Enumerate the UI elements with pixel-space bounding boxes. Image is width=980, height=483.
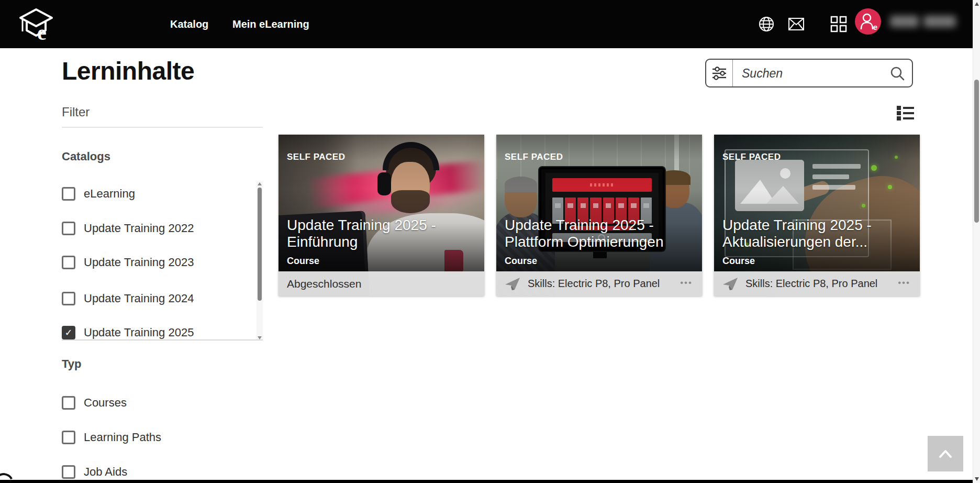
option-label: eLearning [84,187,135,201]
bottom-footer-edge [0,480,973,483]
scrollbar-thumb[interactable] [974,80,979,223]
course-title: Update Training 2025 - Einführung [287,217,477,251]
self-paced-badge: SELF PACED [287,152,345,162]
type-option-learning-paths[interactable]: Learning Paths [62,431,161,444]
more-options-button[interactable]: ••• [898,278,910,288]
course-type-label: Course [722,256,912,267]
course-card-plattform-optimierungen[interactable]: SELF PACED Update Training 2025 - Plattf… [496,135,702,296]
mail-icon[interactable] [787,15,805,33]
scroll-up-arrow[interactable] [258,182,262,185]
catalog-list-scrollbar [257,181,263,341]
scrollbar-thumb[interactable] [258,188,262,301]
option-label: Update Training 2025 [84,326,194,339]
paper-plane-icon [505,277,520,291]
more-options-button[interactable]: ••• [680,278,693,288]
catalog-option-update-training-2023[interactable]: Update Training 2023 [62,256,194,269]
search-icon[interactable] [889,65,905,81]
self-paced-badge: SELF PACED [722,152,781,162]
nav-katalog[interactable]: Katalog [170,0,208,48]
card-footer-status: Abgeschlossen [279,271,484,296]
course-title: Update Training 2025 - Plattform Optimie… [505,217,695,251]
card-text-block: Update Training 2025 - Einführung Course [287,217,477,267]
skills-text: Skills: Electric P8, Pro Panel [745,278,877,290]
course-type-label: Course [287,256,477,267]
apps-grid-icon[interactable] [830,15,848,33]
course-card-aktualisierungen[interactable]: SELF PACED Update Training 2025 - Aktual… [714,135,920,296]
option-label: Learning Paths [84,431,161,444]
skills-text: Skills: Electric P8, Pro Panel [528,278,660,290]
catalog-option-update-training-2025[interactable]: Update Training 2025 [62,326,194,339]
search-filter-button[interactable] [706,60,733,86]
self-paced-badge: SELF PACED [505,152,563,162]
search-box [705,59,913,87]
type-option-job-aids[interactable]: Job Aids [62,465,127,479]
scroll-up-arrow[interactable] [975,2,979,6]
user-name-redacted[interactable] [890,14,957,30]
checkbox[interactable] [62,292,75,305]
catalog-option-update-training-2024[interactable]: Update Training 2024 [62,292,194,305]
brand-logo[interactable]: e [17,6,55,44]
nav-mein-elearning[interactable]: Mein eLearning [232,0,309,48]
card-text-block: Update Training 2025 - Plattform Optimie… [505,217,695,267]
nav-mein-elearning-label: Mein eLearning [232,18,309,30]
scroll-down-arrow[interactable] [975,477,979,481]
catalog-list-divider [62,339,263,341]
filter-divider [62,127,263,128]
option-label: Update Training 2023 [84,256,194,269]
sliders-icon [711,65,728,81]
checkbox[interactable] [62,396,75,410]
checkbox[interactable] [62,431,75,444]
language-globe-icon[interactable] [758,15,775,33]
checkbox[interactable] [62,222,75,235]
section-title-typ: Typ [62,357,81,371]
filter-title: Filter [62,105,90,119]
option-label: Courses [84,396,127,410]
user-avatar[interactable]: e [855,8,881,35]
card-footer-skills: Skills: Electric P8, Pro Panel ••• [714,271,920,296]
app-screen: e Katalog Mein eLearning [0,0,980,483]
graduation-cap-icon: e [17,6,55,44]
option-label: Update Training 2022 [84,222,194,235]
card-footer-skills: Skills: Electric P8, Pro Panel ••• [496,271,702,296]
card-text-block: Update Training 2025 - Aktualisierungen … [722,217,912,267]
status-text: Abgeschlossen [287,278,361,290]
course-card-einfuehrung[interactable]: SELF PACED Update Training 2025 - Einfüh… [279,135,484,296]
course-title: Update Training 2025 - Aktualisierungen … [722,217,912,251]
page-title: Lerninhalte [62,57,194,85]
type-option-courses[interactable]: Courses [62,396,127,410]
avatar-e-badge: e [873,23,877,31]
checkbox[interactable] [62,326,75,339]
list-view-toggle-icon[interactable] [897,105,914,120]
checkbox[interactable] [62,256,75,269]
page-scrollbar[interactable] [973,0,980,483]
catalog-option-elearning[interactable]: eLearning [62,187,135,201]
section-title-catalogs: Catalogs [62,150,110,163]
back-to-top-button[interactable] [928,436,963,471]
option-label: Job Aids [84,465,127,479]
search-input[interactable] [741,62,895,85]
checkbox[interactable] [62,465,75,479]
svg-text:e: e [37,21,47,44]
chevron-up-icon [939,449,952,458]
checkbox[interactable] [62,187,75,201]
option-label: Update Training 2024 [84,292,194,305]
redacted-text-blob [923,16,956,27]
redacted-text-blob [890,16,919,27]
catalog-option-update-training-2022[interactable]: Update Training 2022 [62,222,194,235]
nav-katalog-label: Katalog [170,18,208,30]
top-navbar: e Katalog Mein eLearning [0,0,973,48]
paper-plane-icon [722,277,738,291]
course-type-label: Course [505,256,695,267]
